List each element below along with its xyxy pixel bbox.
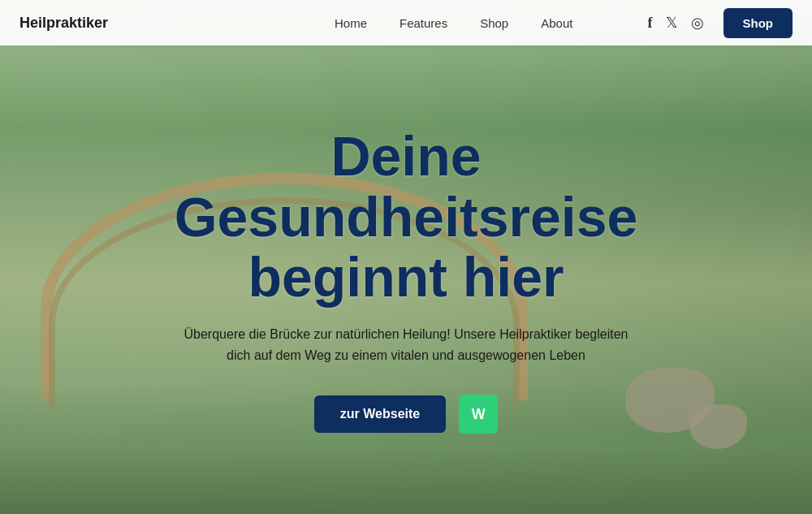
hero-title-line2: Gesundheitsreise — [175, 186, 638, 248]
navbar: Heilpraktiker Home Features Shop About S… — [0, 0, 812, 45]
hero-section: Deine Gesundheitsreise beginnt hier Über… — [0, 0, 812, 514]
nav-home[interactable]: Home — [335, 16, 367, 30]
instagram-icon[interactable] — [691, 14, 704, 32]
nav-shop[interactable]: Shop — [480, 16, 508, 30]
navbar-right: Shop — [648, 8, 793, 38]
hero-title-line3: beginnt hier — [248, 246, 564, 308]
twitter-icon[interactable] — [666, 14, 678, 32]
hero-subtitle: Überquere die Brücke zur natürlichen Hei… — [179, 324, 633, 365]
brand-name: Heilpraktiker — [19, 15, 108, 32]
cta-primary-button[interactable]: zur Webseite — [314, 395, 446, 433]
hero-title: Deine Gesundheitsreise beginnt hier — [175, 126, 638, 308]
hero-buttons: zur Webseite W — [314, 395, 498, 434]
nav-features[interactable]: Features — [400, 16, 447, 30]
hero-title-line1: Deine — [330, 125, 481, 187]
nav-about[interactable]: About — [541, 16, 572, 30]
shop-button[interactable]: Shop — [723, 8, 793, 38]
hero-content: Deine Gesundheitsreise beginnt hier Über… — [0, 0, 812, 514]
nav-links: Home Features Shop About — [335, 16, 572, 30]
facebook-icon[interactable] — [648, 15, 653, 32]
cta-secondary-button[interactable]: W — [459, 395, 498, 434]
